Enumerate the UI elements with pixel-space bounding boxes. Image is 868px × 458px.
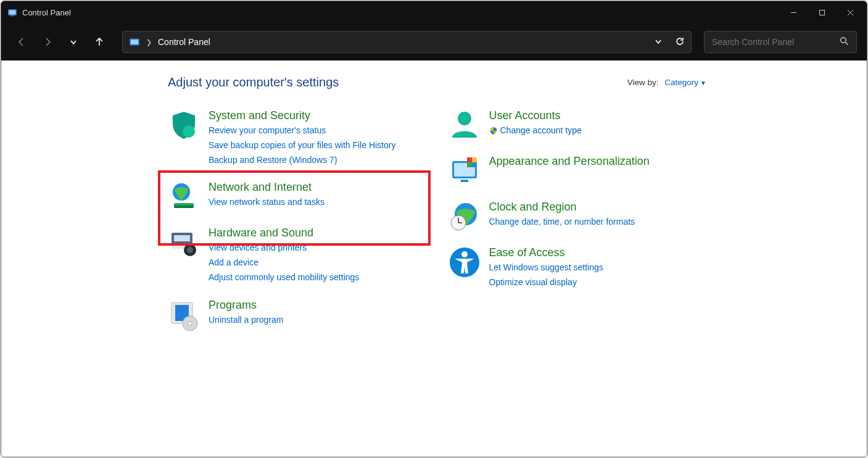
address-dropdown-button[interactable] (654, 37, 663, 48)
search-icon[interactable] (840, 36, 849, 48)
control-panel-window: Control Panel (1, 1, 867, 457)
page-heading: Adjust your computer's settings (168, 75, 339, 90)
minimize-button[interactable] (779, 1, 808, 23)
view-by-dropdown[interactable]: Category▼ (664, 78, 706, 87)
forward-button[interactable] (37, 31, 58, 52)
category-title[interactable]: User Accounts (489, 109, 582, 122)
svg-rect-28 (467, 157, 472, 162)
svg-rect-16 (174, 235, 190, 241)
category-title[interactable]: Appearance and Personalization (489, 155, 650, 168)
category-title[interactable]: Clock and Region (489, 201, 635, 214)
category-network-and-internet: Network and Internet View network status… (168, 181, 426, 213)
heading-row: Adjust your computer's settings View by:… (168, 75, 706, 90)
printer-camera-icon[interactable] (168, 227, 200, 259)
category-title[interactable]: Network and Internet (209, 181, 324, 194)
recent-locations-button[interactable] (63, 31, 84, 52)
svg-rect-29 (472, 157, 477, 162)
uac-shield-icon (489, 127, 498, 135)
category-user-accounts: User Accounts (448, 109, 707, 141)
category-hardware-and-sound: Hardware and Sound View devices and prin… (168, 227, 426, 285)
category-link[interactable]: Change date, time, or number formats (489, 215, 635, 230)
category-title[interactable]: Hardware and Sound (209, 227, 359, 239)
svg-line-10 (846, 42, 848, 44)
category-ease-of-access: Ease of Access Let Windows suggest setti… (448, 246, 707, 290)
titlebar-left: Control Panel (7, 7, 71, 17)
category-title[interactable]: Programs (209, 299, 283, 312)
close-button[interactable] (836, 1, 864, 23)
category-link[interactable]: Let Windows suggest settings (489, 260, 603, 275)
category-columns: System and Security Review your computer… (168, 109, 706, 331)
up-button[interactable] (89, 31, 110, 52)
category-link[interactable]: Change account type (489, 123, 582, 138)
svg-rect-31 (472, 162, 477, 167)
back-button[interactable] (11, 31, 32, 52)
svg-rect-27 (461, 180, 468, 182)
category-title[interactable]: System and Security (209, 109, 395, 122)
shield-security-icon[interactable] (168, 109, 200, 141)
svg-point-24 (458, 112, 471, 125)
svg-point-11 (183, 125, 195, 138)
titlebar: Control Panel (1, 1, 867, 23)
dropdown-caret-icon: ▼ (700, 80, 706, 86)
category-link[interactable]: View network status and tasks (209, 195, 324, 210)
svg-rect-4 (819, 10, 824, 15)
search-input[interactable] (712, 37, 840, 47)
clock-globe-icon[interactable] (448, 201, 481, 233)
svg-rect-14 (174, 206, 194, 208)
control-panel-address-icon (129, 36, 140, 48)
category-link[interactable]: View devices and printers (209, 241, 359, 256)
category-link[interactable]: Backup and Restore (Windows 7) (209, 153, 395, 168)
breadcrumb-location[interactable]: Control Panel (158, 37, 210, 47)
svg-rect-2 (10, 15, 14, 17)
category-system-and-security: System and Security Review your computer… (168, 109, 426, 167)
search-bar[interactable] (704, 31, 857, 53)
svg-rect-1 (9, 10, 16, 15)
globe-network-icon[interactable] (168, 181, 200, 213)
category-title[interactable]: Ease of Access (489, 246, 603, 259)
category-appearance-and-personalization: Appearance and Personalization (448, 155, 707, 187)
category-link[interactable]: Optimize visual display (489, 275, 603, 290)
category-link[interactable]: Add a device (209, 256, 359, 270)
user-accounts-icon[interactable] (448, 109, 481, 141)
appearance-monitor-icon[interactable] (448, 155, 481, 187)
view-by-control: View by: Category▼ (627, 78, 706, 87)
category-link[interactable]: Save backup copies of your files with Fi… (209, 138, 395, 153)
window-title: Control Panel (22, 8, 71, 17)
svg-point-23 (188, 322, 192, 325)
category-link[interactable]: Review your computer's status (209, 123, 395, 138)
navbar: ❯ Control Panel (1, 23, 867, 60)
svg-point-9 (841, 37, 846, 43)
svg-point-19 (187, 247, 193, 253)
view-by-label: View by: (627, 78, 659, 87)
category-clock-and-region: Clock and Region Change date, time, or n… (448, 201, 707, 233)
accessibility-icon[interactable] (448, 246, 481, 278)
breadcrumb-chevron-icon[interactable]: ❯ (146, 38, 152, 46)
content-area: Adjust your computer's settings View by:… (1, 60, 867, 457)
svg-rect-8 (131, 40, 138, 44)
address-bar[interactable]: ❯ Control Panel (122, 31, 692, 53)
category-link-text: Change account type (500, 123, 582, 138)
category-link[interactable]: Uninstall a program (209, 313, 283, 328)
left-column: System and Security Review your computer… (168, 109, 426, 331)
maximize-button[interactable] (808, 1, 836, 23)
right-column: User Accounts (448, 109, 707, 331)
programs-disc-icon[interactable] (168, 299, 200, 331)
window-controls (779, 1, 864, 23)
refresh-button[interactable] (675, 36, 685, 48)
category-link[interactable]: Adjust commonly used mobility settings (209, 270, 359, 285)
view-by-value: Category (664, 78, 698, 87)
svg-rect-30 (467, 162, 472, 167)
control-panel-app-icon (7, 7, 17, 17)
category-programs: Programs Uninstall a program (168, 299, 426, 331)
svg-point-37 (461, 251, 468, 257)
